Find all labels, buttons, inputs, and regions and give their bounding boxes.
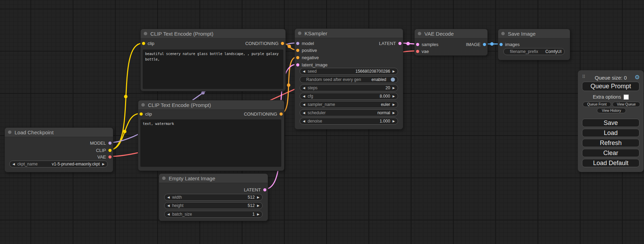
decrement-arrow-icon[interactable]: ◀ <box>12 163 15 166</box>
extra-options-checkbox[interactable] <box>624 94 629 100</box>
clear-button[interactable]: Clear <box>582 149 639 157</box>
vae-input-dot[interactable] <box>416 50 419 53</box>
model-output-dot[interactable] <box>108 142 112 145</box>
save-button[interactable]: Save <box>582 119 639 127</box>
increment-arrow-icon[interactable]: ▶ <box>257 204 259 207</box>
queue-front-button[interactable]: Queue Front <box>583 102 611 107</box>
widget-height[interactable]: ◀ height 512 ▶ <box>164 202 263 209</box>
decrement-arrow-icon[interactable]: ◀ <box>303 120 305 123</box>
conditioning-input-dot[interactable] <box>296 56 299 59</box>
increment-arrow-icon[interactable]: ▶ <box>392 103 395 106</box>
input-clip[interactable]: clip <box>142 40 155 47</box>
queue-panel[interactable]: ⠿ Queue size: 0 ⚙ Queue Prompt Extra opt… <box>578 70 644 172</box>
output-vae[interactable]: VAE <box>97 153 112 160</box>
input-positive[interactable]: positive <box>296 47 317 54</box>
input-clip[interactable]: clip <box>140 110 152 117</box>
node-load-checkpoint[interactable]: Load Checkpoint MODEL CLIP VAE ◀ ckpt_na… <box>5 127 113 172</box>
decrement-arrow-icon[interactable]: ◀ <box>303 70 305 73</box>
increment-arrow-icon[interactable]: ▶ <box>257 213 259 216</box>
decrement-arrow-icon[interactable]: ◀ <box>303 111 305 115</box>
refresh-button[interactable]: Refresh <box>582 139 639 147</box>
widget-filename-prefix[interactable]: filename_prefix ComfyUI <box>503 48 565 55</box>
node-title-bar[interactable]: CLIP Text Encode (Prompt) <box>138 100 284 110</box>
widget-width[interactable]: ◀ width 512 ▶ <box>164 194 263 201</box>
collapse-dot-icon[interactable] <box>144 32 147 35</box>
widget-seed[interactable]: ◀ seed 156680208700286 ▶ <box>300 68 398 75</box>
image-output-dot[interactable] <box>483 43 486 46</box>
clip-input-dot[interactable] <box>140 112 143 116</box>
decrement-arrow-icon[interactable]: ◀ <box>303 103 305 106</box>
decrement-arrow-icon[interactable]: ◀ <box>167 196 170 199</box>
widget-sampler-name[interactable]: ◀ sampler_name euler ▶ <box>300 101 398 108</box>
node-title-bar[interactable]: Save Image <box>498 29 570 38</box>
input-latent-image[interactable]: latent_image <box>296 61 327 68</box>
queue-prompt-button[interactable]: Queue Prompt <box>582 82 639 91</box>
node-clip-encode-negative[interactable]: CLIP Text Encode (Prompt) clip CONDITION… <box>138 100 284 171</box>
collapse-dot-icon[interactable] <box>418 32 421 35</box>
node-title-bar[interactable]: CLIP Text Encode (Prompt) <box>141 29 285 38</box>
settings-gear-icon[interactable]: ⚙ <box>635 74 640 81</box>
decrement-arrow-icon[interactable]: ◀ <box>303 95 305 98</box>
input-vae[interactable]: vae <box>416 48 429 55</box>
output-clip[interactable]: CLIP <box>96 147 112 154</box>
input-images[interactable]: images <box>500 41 520 48</box>
collapse-dot-icon[interactable] <box>162 177 166 180</box>
widget-batch-size[interactable]: ◀ batch_size 1 ▶ <box>164 211 263 218</box>
input-samples[interactable]: samples <box>416 41 438 48</box>
latent-output-dot[interactable] <box>398 42 402 45</box>
widget-denoise[interactable]: ◀ denoise 1.000 ▶ <box>300 118 398 125</box>
collapse-dot-icon[interactable] <box>8 130 11 134</box>
positive-prompt-textarea[interactable]: beautiful scenery nature glass bottle la… <box>143 49 283 89</box>
node-title-bar[interactable]: VAE Decode <box>415 29 487 38</box>
widget-cfg[interactable]: ◀ cfg 8.000 ▶ <box>300 93 398 100</box>
collapse-dot-icon[interactable] <box>141 103 145 107</box>
increment-arrow-icon[interactable]: ▶ <box>392 111 395 115</box>
increment-arrow-icon[interactable]: ▶ <box>392 70 395 73</box>
input-model[interactable]: model <box>296 40 314 47</box>
node-save-image[interactable]: Save Image images filename_prefix ComfyU… <box>498 29 570 60</box>
latent-input-dot[interactable] <box>416 43 419 46</box>
conditioning-input-dot[interactable] <box>296 49 299 52</box>
decrement-arrow-icon[interactable]: ◀ <box>303 87 305 90</box>
widget-random-seed-toggle[interactable]: Random seed after every gen enabled <box>300 76 398 83</box>
increment-arrow-icon[interactable]: ▶ <box>392 87 395 90</box>
view-queue-button[interactable]: View Queue <box>612 102 640 107</box>
clip-output-dot[interactable] <box>108 149 112 152</box>
load-default-button[interactable]: Load Default <box>582 159 639 167</box>
output-latent[interactable]: LATENT <box>244 186 266 193</box>
node-clip-encode-positive[interactable]: CLIP Text Encode (Prompt) clip CONDITION… <box>140 29 286 91</box>
output-model[interactable]: MODEL <box>90 139 112 146</box>
increment-arrow-icon[interactable]: ▶ <box>392 120 395 123</box>
input-negative[interactable]: negative <box>296 54 319 61</box>
widget-scheduler[interactable]: ◀ scheduler normal ▶ <box>300 109 398 116</box>
view-history-button[interactable]: View History <box>597 108 626 113</box>
collapse-dot-icon[interactable] <box>298 31 301 35</box>
node-title-bar[interactable]: Load Checkpoint <box>5 128 113 137</box>
widget-ckpt-name[interactable]: ◀ ckpt_name v1-5-pruned-emaonly.ckpt ▶ <box>9 161 108 168</box>
collapse-dot-icon[interactable] <box>501 32 505 35</box>
output-conditioning[interactable]: CONDITIONING <box>245 40 284 47</box>
node-title-bar[interactable]: KSampler <box>295 29 403 38</box>
output-image[interactable]: IMAGE <box>466 41 486 48</box>
decrement-arrow-icon[interactable]: ◀ <box>167 204 170 207</box>
widget-steps[interactable]: ◀ steps 20 ▶ <box>300 84 398 91</box>
node-vae-decode[interactable]: VAE Decode samples vae IMAGE <box>414 29 488 56</box>
latent-input-dot[interactable] <box>296 63 299 66</box>
conditioning-output-dot[interactable] <box>280 112 283 116</box>
output-conditioning[interactable]: CONDITIONING <box>244 110 283 117</box>
negative-prompt-textarea[interactable]: text, watermark <box>140 119 281 167</box>
load-button[interactable]: Load <box>582 129 639 137</box>
decrement-arrow-icon[interactable]: ◀ <box>167 213 170 216</box>
increment-arrow-icon[interactable]: ▶ <box>392 95 395 98</box>
image-input-dot[interactable] <box>500 43 503 46</box>
node-title-bar[interactable]: Empty Latent Image <box>159 174 268 183</box>
increment-arrow-icon[interactable]: ▶ <box>257 196 259 199</box>
node-empty-latent-image[interactable]: Empty Latent Image LATENT ◀ width 512 ▶ … <box>159 173 268 221</box>
latent-output-dot[interactable] <box>263 188 266 191</box>
clip-input-dot[interactable] <box>142 42 145 45</box>
toggle-enabled-icon[interactable] <box>391 78 395 82</box>
conditioning-output-dot[interactable] <box>281 42 284 45</box>
model-input-dot[interactable] <box>296 42 299 45</box>
vae-output-dot[interactable] <box>108 155 112 159</box>
increment-arrow-icon[interactable]: ▶ <box>102 163 105 166</box>
